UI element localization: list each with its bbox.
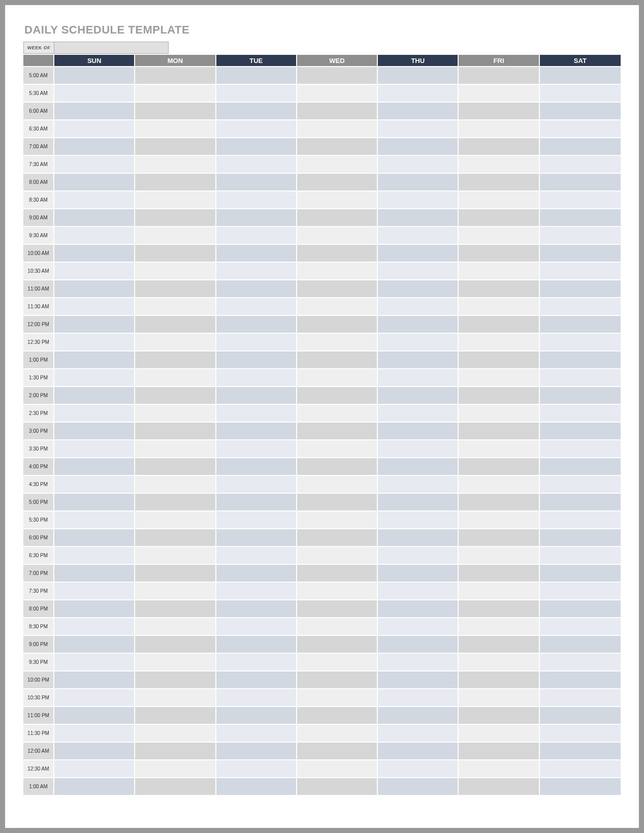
slot-input[interactable] bbox=[297, 482, 377, 488]
slot-cell[interactable] bbox=[459, 724, 539, 742]
slot-input[interactable] bbox=[216, 322, 296, 328]
slot-input[interactable] bbox=[378, 233, 458, 239]
slot-cell[interactable] bbox=[378, 262, 459, 279]
slot-input[interactable] bbox=[297, 251, 377, 257]
slot-input[interactable] bbox=[54, 198, 134, 204]
slot-cell[interactable] bbox=[54, 670, 135, 688]
slot-input[interactable] bbox=[135, 518, 215, 524]
slot-cell[interactable] bbox=[135, 190, 216, 208]
slot-cell[interactable] bbox=[459, 617, 539, 635]
slot-input[interactable] bbox=[216, 731, 296, 737]
slot-input[interactable] bbox=[216, 553, 296, 559]
slot-input[interactable] bbox=[540, 322, 621, 328]
slot-cell[interactable] bbox=[54, 617, 135, 635]
slot-input[interactable] bbox=[459, 304, 538, 310]
slot-input[interactable] bbox=[459, 589, 538, 595]
slot-cell[interactable] bbox=[216, 493, 297, 510]
slot-input[interactable] bbox=[459, 286, 538, 293]
slot-input[interactable] bbox=[54, 322, 134, 328]
slot-input[interactable] bbox=[216, 500, 296, 506]
slot-cell[interactable] bbox=[378, 422, 459, 439]
slot-input[interactable] bbox=[297, 340, 377, 346]
slot-input[interactable] bbox=[54, 766, 134, 773]
slot-input[interactable] bbox=[540, 749, 621, 755]
slot-input[interactable] bbox=[297, 144, 377, 150]
slot-cell[interactable] bbox=[135, 546, 216, 564]
slot-input[interactable] bbox=[378, 322, 458, 328]
slot-input[interactable] bbox=[216, 589, 296, 595]
slot-cell[interactable] bbox=[135, 279, 216, 297]
slot-input[interactable] bbox=[540, 642, 621, 648]
slot-input[interactable] bbox=[135, 375, 215, 381]
slot-input[interactable] bbox=[135, 749, 215, 755]
slot-cell[interactable] bbox=[216, 635, 297, 653]
slot-cell[interactable] bbox=[297, 226, 378, 244]
slot-cell[interactable] bbox=[135, 670, 216, 688]
slot-cell[interactable] bbox=[54, 653, 135, 670]
slot-input[interactable] bbox=[378, 198, 458, 204]
slot-input[interactable] bbox=[297, 109, 377, 115]
slot-cell[interactable] bbox=[135, 564, 216, 582]
slot-input[interactable] bbox=[378, 446, 458, 453]
slot-input[interactable] bbox=[297, 695, 377, 701]
slot-input[interactable] bbox=[216, 144, 296, 150]
slot-cell[interactable] bbox=[378, 475, 459, 493]
slot-input[interactable] bbox=[297, 589, 377, 595]
slot-input[interactable] bbox=[378, 571, 458, 577]
slot-input[interactable] bbox=[297, 624, 377, 630]
slot-input[interactable] bbox=[378, 749, 458, 755]
slot-cell[interactable] bbox=[54, 262, 135, 279]
slot-cell[interactable] bbox=[135, 617, 216, 635]
slot-cell[interactable] bbox=[54, 297, 135, 315]
slot-input[interactable] bbox=[216, 606, 296, 613]
slot-input[interactable] bbox=[459, 162, 538, 168]
slot-cell[interactable] bbox=[459, 244, 539, 262]
slot-cell[interactable] bbox=[297, 528, 378, 546]
slot-input[interactable] bbox=[540, 446, 621, 453]
slot-input[interactable] bbox=[216, 660, 296, 666]
slot-cell[interactable] bbox=[378, 137, 459, 155]
slot-input[interactable] bbox=[459, 784, 538, 790]
slot-input[interactable] bbox=[459, 624, 538, 630]
slot-input[interactable] bbox=[540, 784, 621, 790]
slot-cell[interactable] bbox=[540, 315, 621, 333]
slot-input[interactable] bbox=[135, 446, 215, 453]
slot-input[interactable] bbox=[459, 642, 538, 648]
slot-cell[interactable] bbox=[135, 404, 216, 422]
slot-input[interactable] bbox=[378, 695, 458, 701]
slot-cell[interactable] bbox=[54, 688, 135, 706]
slot-input[interactable] bbox=[216, 304, 296, 310]
slot-input[interactable] bbox=[216, 713, 296, 719]
slot-cell[interactable] bbox=[459, 190, 539, 208]
slot-input[interactable] bbox=[135, 251, 215, 257]
slot-input[interactable] bbox=[378, 73, 458, 79]
slot-cell[interactable] bbox=[540, 244, 621, 262]
slot-cell[interactable] bbox=[459, 137, 539, 155]
slot-cell[interactable] bbox=[297, 333, 378, 350]
slot-input[interactable] bbox=[135, 91, 215, 97]
slot-cell[interactable] bbox=[135, 262, 216, 279]
slot-cell[interactable] bbox=[540, 279, 621, 297]
slot-cell[interactable] bbox=[135, 582, 216, 599]
slot-input[interactable] bbox=[297, 749, 377, 755]
slot-input[interactable] bbox=[378, 642, 458, 648]
slot-cell[interactable] bbox=[135, 244, 216, 262]
slot-input[interactable] bbox=[378, 553, 458, 559]
slot-input[interactable] bbox=[378, 180, 458, 186]
slot-input[interactable] bbox=[297, 571, 377, 577]
slot-input[interactable] bbox=[459, 731, 538, 737]
slot-cell[interactable] bbox=[378, 66, 459, 84]
slot-cell[interactable] bbox=[297, 724, 378, 742]
slot-input[interactable] bbox=[297, 233, 377, 239]
slot-cell[interactable] bbox=[297, 244, 378, 262]
slot-cell[interactable] bbox=[297, 617, 378, 635]
slot-cell[interactable] bbox=[459, 315, 539, 333]
slot-cell[interactable] bbox=[378, 564, 459, 582]
slot-input[interactable] bbox=[135, 571, 215, 577]
slot-cell[interactable] bbox=[54, 706, 135, 724]
slot-cell[interactable] bbox=[540, 475, 621, 493]
slot-cell[interactable] bbox=[216, 350, 297, 368]
slot-input[interactable] bbox=[135, 624, 215, 630]
slot-cell[interactable] bbox=[216, 404, 297, 422]
slot-input[interactable] bbox=[459, 606, 538, 613]
